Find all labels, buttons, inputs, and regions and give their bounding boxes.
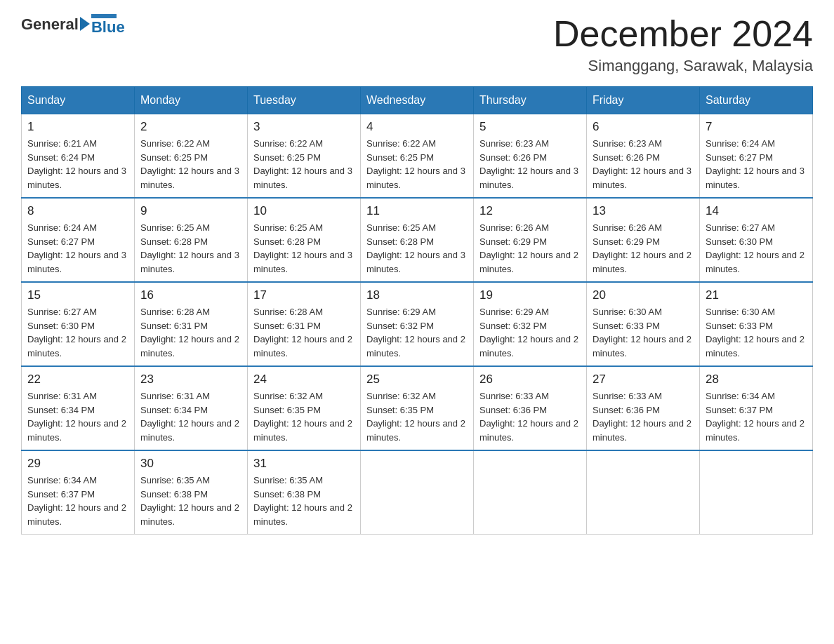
day-info: Sunrise: 6:34 AM Sunset: 6:37 PM Dayligh… bbox=[706, 389, 807, 444]
calendar-cell: 1 Sunrise: 6:21 AM Sunset: 6:24 PM Dayli… bbox=[22, 114, 135, 199]
day-number: 2 bbox=[140, 120, 241, 134]
page-header: General Blue December 2024 Simanggang, S… bbox=[21, 14, 813, 75]
day-number: 7 bbox=[706, 120, 807, 134]
calendar-cell: 21 Sunrise: 6:30 AM Sunset: 6:33 PM Dayl… bbox=[700, 282, 813, 366]
calendar-cell: 10 Sunrise: 6:25 AM Sunset: 6:28 PM Dayl… bbox=[248, 198, 361, 282]
day-info: Sunrise: 6:25 AM Sunset: 6:28 PM Dayligh… bbox=[140, 221, 241, 276]
day-info: Sunrise: 6:29 AM Sunset: 6:32 PM Dayligh… bbox=[479, 305, 581, 360]
location-title: Simanggang, Sarawak, Malaysia bbox=[553, 57, 813, 75]
col-header-monday: Monday bbox=[135, 87, 248, 114]
col-header-thursday: Thursday bbox=[474, 87, 587, 114]
day-number: 21 bbox=[706, 288, 807, 302]
day-info: Sunrise: 6:24 AM Sunset: 6:27 PM Dayligh… bbox=[706, 137, 807, 192]
day-info: Sunrise: 6:35 AM Sunset: 6:38 PM Dayligh… bbox=[140, 474, 241, 528]
day-info: Sunrise: 6:35 AM Sunset: 6:38 PM Dayligh… bbox=[253, 474, 355, 528]
calendar-cell: 6 Sunrise: 6:23 AM Sunset: 6:26 PM Dayli… bbox=[587, 114, 700, 199]
day-number: 17 bbox=[253, 288, 355, 302]
calendar-cell: 13 Sunrise: 6:26 AM Sunset: 6:29 PM Dayl… bbox=[587, 198, 700, 282]
calendar-cell: 18 Sunrise: 6:29 AM Sunset: 6:32 PM Dayl… bbox=[361, 282, 474, 366]
calendar-cell: 25 Sunrise: 6:32 AM Sunset: 6:35 PM Dayl… bbox=[361, 366, 474, 450]
day-number: 27 bbox=[593, 373, 694, 387]
day-number: 18 bbox=[366, 288, 468, 302]
calendar-cell: 15 Sunrise: 6:27 AM Sunset: 6:30 PM Dayl… bbox=[22, 282, 135, 366]
day-info: Sunrise: 6:31 AM Sunset: 6:34 PM Dayligh… bbox=[27, 389, 128, 444]
day-number: 26 bbox=[479, 373, 581, 387]
day-number: 24 bbox=[253, 373, 355, 387]
day-info: Sunrise: 6:23 AM Sunset: 6:26 PM Dayligh… bbox=[479, 137, 581, 192]
day-info: Sunrise: 6:33 AM Sunset: 6:36 PM Dayligh… bbox=[479, 389, 581, 444]
day-number: 8 bbox=[27, 204, 128, 218]
calendar-cell: 17 Sunrise: 6:28 AM Sunset: 6:31 PM Dayl… bbox=[248, 282, 361, 366]
day-number: 6 bbox=[593, 120, 694, 134]
day-number: 4 bbox=[366, 120, 468, 134]
day-number: 13 bbox=[593, 204, 694, 218]
calendar-cell: 19 Sunrise: 6:29 AM Sunset: 6:32 PM Dayl… bbox=[474, 282, 587, 366]
month-title: December 2024 bbox=[553, 14, 813, 54]
calendar-cell: 8 Sunrise: 6:24 AM Sunset: 6:27 PM Dayli… bbox=[22, 198, 135, 282]
calendar-cell bbox=[361, 450, 474, 535]
calendar-cell: 16 Sunrise: 6:28 AM Sunset: 6:31 PM Dayl… bbox=[135, 282, 248, 366]
day-info: Sunrise: 6:22 AM Sunset: 6:25 PM Dayligh… bbox=[253, 137, 355, 192]
day-number: 11 bbox=[366, 204, 468, 218]
day-number: 15 bbox=[27, 288, 128, 302]
calendar-cell: 11 Sunrise: 6:25 AM Sunset: 6:28 PM Dayl… bbox=[361, 198, 474, 282]
day-number: 14 bbox=[706, 204, 807, 218]
calendar-cell: 9 Sunrise: 6:25 AM Sunset: 6:28 PM Dayli… bbox=[135, 198, 248, 282]
calendar-week-row: 1 Sunrise: 6:21 AM Sunset: 6:24 PM Dayli… bbox=[22, 114, 813, 199]
calendar-cell: 14 Sunrise: 6:27 AM Sunset: 6:30 PM Dayl… bbox=[700, 198, 813, 282]
day-number: 12 bbox=[479, 204, 581, 218]
calendar-cell bbox=[700, 450, 813, 535]
calendar-week-row: 8 Sunrise: 6:24 AM Sunset: 6:27 PM Dayli… bbox=[22, 198, 813, 282]
calendar-cell bbox=[474, 450, 587, 535]
day-info: Sunrise: 6:28 AM Sunset: 6:31 PM Dayligh… bbox=[140, 305, 241, 360]
calendar-cell: 27 Sunrise: 6:33 AM Sunset: 6:36 PM Dayl… bbox=[587, 366, 700, 450]
day-number: 30 bbox=[140, 457, 241, 471]
day-info: Sunrise: 6:27 AM Sunset: 6:30 PM Dayligh… bbox=[27, 305, 128, 360]
day-info: Sunrise: 6:22 AM Sunset: 6:25 PM Dayligh… bbox=[366, 137, 468, 192]
calendar-cell: 30 Sunrise: 6:35 AM Sunset: 6:38 PM Dayl… bbox=[135, 450, 248, 535]
day-number: 16 bbox=[140, 288, 241, 302]
day-info: Sunrise: 6:32 AM Sunset: 6:35 PM Dayligh… bbox=[366, 389, 468, 444]
logo-text-general: General bbox=[21, 15, 79, 34]
calendar-cell: 5 Sunrise: 6:23 AM Sunset: 6:26 PM Dayli… bbox=[474, 114, 587, 199]
day-info: Sunrise: 6:23 AM Sunset: 6:26 PM Dayligh… bbox=[593, 137, 694, 192]
calendar-header-row: SundayMondayTuesdayWednesdayThursdayFrid… bbox=[22, 87, 813, 114]
col-header-saturday: Saturday bbox=[700, 87, 813, 114]
day-info: Sunrise: 6:32 AM Sunset: 6:35 PM Dayligh… bbox=[253, 389, 355, 444]
day-info: Sunrise: 6:29 AM Sunset: 6:32 PM Dayligh… bbox=[366, 305, 468, 360]
day-info: Sunrise: 6:22 AM Sunset: 6:25 PM Dayligh… bbox=[140, 137, 241, 192]
logo-text-blue: Blue bbox=[91, 20, 125, 35]
calendar-cell: 22 Sunrise: 6:31 AM Sunset: 6:34 PM Dayl… bbox=[22, 366, 135, 450]
logo: General Blue bbox=[21, 14, 125, 35]
calendar-cell: 26 Sunrise: 6:33 AM Sunset: 6:36 PM Dayl… bbox=[474, 366, 587, 450]
day-number: 20 bbox=[593, 288, 694, 302]
calendar-cell bbox=[587, 450, 700, 535]
calendar-week-row: 29 Sunrise: 6:34 AM Sunset: 6:37 PM Dayl… bbox=[22, 450, 813, 535]
day-info: Sunrise: 6:34 AM Sunset: 6:37 PM Dayligh… bbox=[27, 474, 128, 528]
day-info: Sunrise: 6:31 AM Sunset: 6:34 PM Dayligh… bbox=[140, 389, 241, 444]
calendar-cell: 2 Sunrise: 6:22 AM Sunset: 6:25 PM Dayli… bbox=[135, 114, 248, 199]
col-header-sunday: Sunday bbox=[22, 87, 135, 114]
day-number: 28 bbox=[706, 373, 807, 387]
day-info: Sunrise: 6:26 AM Sunset: 6:29 PM Dayligh… bbox=[479, 221, 581, 276]
logo-triangle-icon bbox=[80, 17, 90, 31]
col-header-wednesday: Wednesday bbox=[361, 87, 474, 114]
day-info: Sunrise: 6:33 AM Sunset: 6:36 PM Dayligh… bbox=[593, 389, 694, 444]
col-header-tuesday: Tuesday bbox=[248, 87, 361, 114]
day-number: 19 bbox=[479, 288, 581, 302]
day-number: 22 bbox=[27, 373, 128, 387]
day-number: 9 bbox=[140, 204, 241, 218]
calendar-cell: 31 Sunrise: 6:35 AM Sunset: 6:38 PM Dayl… bbox=[248, 450, 361, 535]
calendar-table: SundayMondayTuesdayWednesdayThursdayFrid… bbox=[21, 86, 813, 535]
day-number: 5 bbox=[479, 120, 581, 134]
day-info: Sunrise: 6:30 AM Sunset: 6:33 PM Dayligh… bbox=[706, 305, 807, 360]
day-number: 10 bbox=[253, 204, 355, 218]
day-number: 3 bbox=[253, 120, 355, 134]
calendar-cell: 28 Sunrise: 6:34 AM Sunset: 6:37 PM Dayl… bbox=[700, 366, 813, 450]
day-info: Sunrise: 6:30 AM Sunset: 6:33 PM Dayligh… bbox=[593, 305, 694, 360]
calendar-week-row: 22 Sunrise: 6:31 AM Sunset: 6:34 PM Dayl… bbox=[22, 366, 813, 450]
day-info: Sunrise: 6:27 AM Sunset: 6:30 PM Dayligh… bbox=[706, 221, 807, 276]
day-info: Sunrise: 6:21 AM Sunset: 6:24 PM Dayligh… bbox=[27, 137, 128, 192]
day-info: Sunrise: 6:25 AM Sunset: 6:28 PM Dayligh… bbox=[366, 221, 468, 276]
day-number: 1 bbox=[27, 120, 128, 134]
